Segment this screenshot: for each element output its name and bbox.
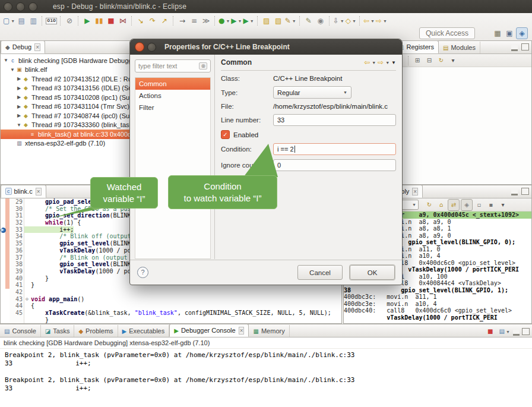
code-line[interactable]: 43⊖void app_main() (1, 296, 341, 303)
disassembly-line[interactable]: 38 gpio_set_level(BLINK_GPIO, 1); (344, 287, 531, 294)
pin-icon[interactable]: ◉ (315, 15, 326, 26)
view-menu-icon[interactable]: ▼ (391, 60, 396, 65)
help-button[interactable]: ? (137, 267, 148, 278)
tab-problems[interactable]: ◆Problems (74, 325, 118, 337)
dialog-close-icon[interactable] (135, 42, 144, 52)
tree-expander-icon[interactable]: ▶ (16, 94, 22, 100)
window-close-icon[interactable] (4, 2, 12, 11)
maximize-icon[interactable] (521, 188, 529, 195)
pin-view-icon[interactable]: ▪ (486, 200, 496, 210)
display-console-icon[interactable]: ▤▼ (499, 326, 510, 337)
close-icon[interactable]: × (412, 188, 418, 195)
open-folder-icon[interactable]: ▨ (261, 15, 272, 26)
resume-icon[interactable]: ▶ (82, 15, 93, 26)
cancel-button[interactable]: Cancel (297, 265, 343, 280)
disconnect-icon[interactable]: ⋈ (118, 15, 128, 26)
step-return-icon[interactable]: ↗ (159, 15, 170, 26)
ok-button[interactable]: OK (350, 265, 395, 280)
move-to-line-icon[interactable]: ≡ (189, 15, 200, 26)
cpp-perspective-icon[interactable]: ▣ (504, 28, 515, 39)
refresh-icon[interactable]: ↻ (424, 200, 435, 210)
dialog-category-actions[interactable]: Actions (135, 90, 210, 102)
view-menu-icon[interactable]: ▾ (448, 55, 458, 66)
tab-blink-c[interactable]: c blink.c × (1, 185, 46, 198)
tree-expander-icon[interactable]: ▼ (16, 122, 22, 128)
breakpoint-marker[interactable] (1, 226, 5, 234)
forward-icon[interactable]: ⇨▼ (376, 15, 387, 26)
enabled-checkbox[interactable]: ✓ (221, 130, 230, 139)
back-icon[interactable]: ⇦ (364, 58, 370, 67)
step-into-icon[interactable]: ↘ (135, 15, 146, 26)
step-over-icon[interactable]: ↷ (147, 15, 158, 26)
tree-expander-icon[interactable]: ▶ (16, 76, 22, 81)
filter-input[interactable]: type filter text ⊗ (135, 59, 211, 72)
skip-breakpoints-icon[interactable]: ⊘ (64, 15, 75, 26)
window-maximize-icon[interactable] (28, 2, 37, 11)
fold-icon[interactable]: ⊖ (24, 296, 30, 303)
tree-expander-icon[interactable]: ▼ (10, 67, 15, 72)
refresh-icon[interactable]: ↻ (436, 55, 446, 66)
tab-debugger-console[interactable]: ▶Debugger Console× (169, 324, 249, 337)
line-number-input[interactable]: 33 (273, 114, 396, 126)
next-annotation-icon[interactable]: ◇▼ (346, 15, 356, 26)
open-new-view-icon[interactable]: ▫ (474, 200, 484, 210)
tree-expander-icon[interactable]: ▶ (16, 104, 22, 109)
tab-modules[interactable]: ▤Modules (439, 42, 480, 53)
tab-console[interactable]: ▤Console (0, 325, 41, 337)
dialog-category-common[interactable]: Common (135, 78, 210, 90)
code-line[interactable]: 44{ (1, 302, 341, 310)
collapse-icon[interactable]: ⊟ (424, 55, 435, 66)
window-minimize-icon[interactable] (16, 2, 25, 11)
type-dropdown[interactable]: Regular ▼ (273, 86, 352, 99)
tree-expander-icon[interactable]: ▼ (3, 58, 9, 63)
disassembly-line[interactable]: 400dbc3e: movi.n a10, 4 (344, 301, 531, 308)
tab-executables[interactable]: ▶Executables (118, 325, 170, 337)
save-all-icon[interactable]: ▥ (28, 15, 39, 26)
tab-debug[interactable]: ◆ Debug × (1, 40, 45, 53)
close-icon[interactable]: × (239, 327, 245, 335)
tree-expander-icon[interactable]: ▶ (16, 113, 22, 118)
import-folder-icon[interactable]: ▧ (273, 15, 284, 26)
back-icon[interactable]: ⇦▼ (363, 15, 375, 26)
highlight-icon[interactable]: ✎ (303, 15, 314, 26)
external-tools-icon[interactable]: ▶▼ (243, 15, 254, 26)
use-step-filters-icon[interactable]: ≫ (201, 15, 211, 26)
binary-counter-icon[interactable]: 010 (46, 15, 57, 26)
debug-icon[interactable]: ●▼ (218, 15, 230, 26)
suspend-icon[interactable]: ▮▮ (94, 15, 104, 26)
close-icon[interactable]: × (36, 188, 42, 195)
code-line[interactable]: 45 xTaskCreate(&blink_task, "blink_task"… (1, 310, 341, 317)
disassembly-line[interactable]: 400dbc3c: movi.n a11, 1 (344, 294, 531, 301)
save-icon[interactable]: ▤ (16, 15, 27, 26)
marker-pencil-icon[interactable]: ✎▼ (285, 15, 296, 26)
close-icon[interactable]: × (34, 43, 40, 51)
sync-selection-icon[interactable]: ⇄ (448, 199, 460, 211)
tab-tasks[interactable]: ◪Tasks (41, 325, 75, 337)
code-line[interactable]: 42 (1, 289, 341, 296)
disassembly-line[interactable]: vTaskDelay(1000 / portTICK_PERI (344, 314, 531, 321)
home-icon[interactable]: ⌂ (436, 200, 446, 210)
maximize-icon[interactable] (522, 328, 530, 335)
minimize-icon[interactable] (511, 45, 518, 51)
dialog-minimize-icon[interactable] (147, 43, 156, 52)
ignore-count-input[interactable]: 0 (273, 159, 396, 171)
view-menu-icon[interactable]: ▾ (498, 200, 508, 210)
minimize-icon[interactable] (511, 190, 518, 195)
instruction-stepping-icon[interactable]: → (177, 15, 188, 26)
forward-icon[interactable]: ⇨ (378, 58, 384, 67)
new-wizard-icon[interactable]: ▢▼ (3, 15, 15, 26)
clear-filter-icon[interactable]: ⊗ (199, 62, 207, 70)
maximize-icon[interactable] (521, 43, 529, 51)
dialog-category-filter[interactable]: Filter (135, 102, 210, 113)
console-output[interactable]: Breakpoint 2, blink_task (pvParameter=0x… (0, 349, 532, 395)
run-icon[interactable]: ▶▼ (231, 15, 242, 26)
tab-memory[interactable]: ▦Memory (249, 325, 289, 337)
open-perspective-icon[interactable]: ▦ (492, 28, 503, 39)
debug-perspective-icon[interactable]: ◈ (516, 27, 528, 39)
minimize-icon[interactable] (513, 330, 520, 336)
show-source-icon[interactable]: ◈ (461, 199, 473, 211)
terminate-icon[interactable]: ■ (106, 15, 116, 26)
expand-icon[interactable]: ⊞ (412, 55, 423, 66)
code-line[interactable]: } (1, 317, 341, 323)
stop-icon[interactable]: ■ (485, 326, 496, 337)
